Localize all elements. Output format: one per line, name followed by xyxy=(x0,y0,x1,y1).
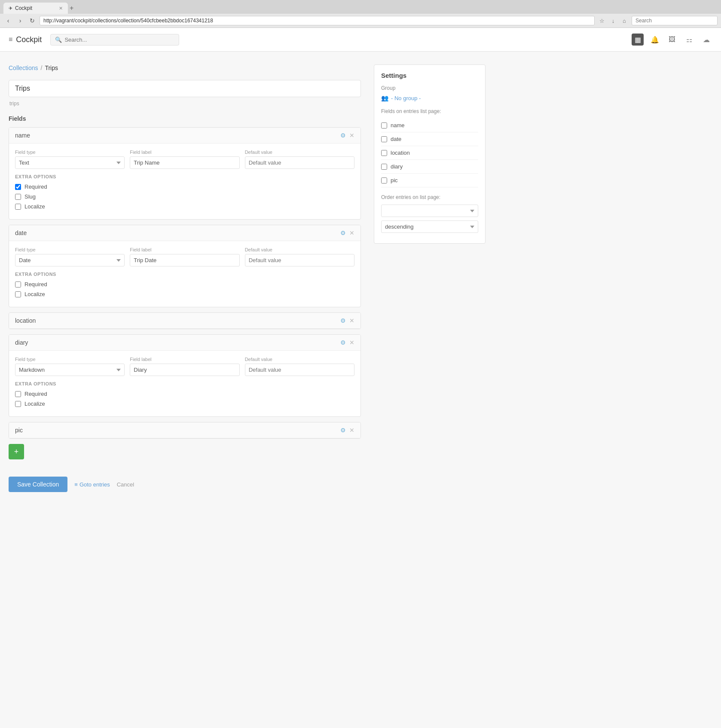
field-entries-label-diary: diary xyxy=(391,163,403,170)
back-button[interactable]: ‹ xyxy=(3,16,13,25)
field-card-location: location ⚙ ✕ xyxy=(9,312,361,329)
new-tab-button[interactable]: + xyxy=(70,4,73,12)
field-diary-gear-button[interactable]: ⚙ xyxy=(340,339,346,346)
field-card-diary-header: diary ⚙ ✕ xyxy=(9,335,360,351)
apps-nav-icon[interactable]: ⚏ xyxy=(683,34,695,46)
field-entries-checkbox-location[interactable] xyxy=(381,150,387,156)
app-logo: Cockpit xyxy=(16,35,42,44)
field-location-remove-button[interactable]: ✕ xyxy=(349,317,354,324)
field-diary-remove-button[interactable]: ✕ xyxy=(349,339,354,346)
breadcrumb: Collections / Trips xyxy=(9,64,361,71)
field-entries-checkbox-pic[interactable] xyxy=(381,177,387,184)
no-group-link[interactable]: - No group - xyxy=(391,95,421,101)
field-checkbox-location: location xyxy=(381,146,478,160)
goto-entries-button[interactable]: ≡ Goto entries xyxy=(74,481,110,488)
field-diary-actions: ⚙ ✕ xyxy=(340,339,354,346)
field-card-pic-header: pic ⚙ ✕ xyxy=(9,422,360,438)
field-date-type-label: Field type xyxy=(15,247,125,252)
field-date-default-col: Default value xyxy=(245,247,354,266)
url-bar[interactable] xyxy=(40,16,595,25)
app-wrapper: ≡ Cockpit 🔍 ▦ 🔔 🖼 ⚏ ☁ Collections / Trip… xyxy=(0,28,721,728)
field-default-input-name[interactable] xyxy=(245,156,354,169)
field-name-row: Field type Text Date Markdown Boolean Nu… xyxy=(15,150,354,169)
save-collection-button[interactable]: Save Collection xyxy=(9,477,67,492)
bookmark-button[interactable]: ☆ xyxy=(597,16,607,25)
field-label-input-date[interactable] xyxy=(130,254,239,266)
forward-button[interactable]: › xyxy=(15,16,25,25)
localize-checkbox-name[interactable] xyxy=(15,204,21,210)
cancel-button[interactable]: Cancel xyxy=(117,481,134,488)
field-name-remove-button[interactable]: ✕ xyxy=(349,132,354,139)
content-area: Collections / Trips trips Fields name ⚙ … xyxy=(9,64,361,717)
required-checkbox-date[interactable] xyxy=(15,281,21,288)
field-date-actions: ⚙ ✕ xyxy=(340,229,354,236)
collection-title-input[interactable] xyxy=(9,80,361,97)
field-location-gear-button[interactable]: ⚙ xyxy=(340,317,346,324)
field-entries-label-pic: pic xyxy=(391,177,398,184)
home-button[interactable]: ⌂ xyxy=(620,16,629,25)
bell-nav-icon[interactable]: 🔔 xyxy=(649,34,661,46)
localize-checkbox-diary[interactable] xyxy=(15,401,21,407)
field-name-label: name xyxy=(15,132,30,139)
field-date-remove-button[interactable]: ✕ xyxy=(349,229,354,236)
option-required-date: Required xyxy=(15,281,354,288)
field-date-body: Field type Text Date Markdown Boolean Fi… xyxy=(9,241,360,307)
field-label-input-name[interactable] xyxy=(130,156,239,169)
tab-bar: ✈ Cockpit ✕ + xyxy=(0,0,721,14)
image-nav-icon[interactable]: 🖼 xyxy=(666,34,678,46)
nav-search-bar[interactable]: 🔍 xyxy=(50,34,179,46)
add-field-button[interactable]: + xyxy=(9,444,24,459)
field-pic-label: pic xyxy=(15,427,23,434)
field-entries-checkbox-date[interactable] xyxy=(381,136,387,142)
bottom-actions: Save Collection ≡ Goto entries Cancel xyxy=(9,468,361,501)
field-checkbox-name: name xyxy=(381,119,478,132)
collection-slug: trips xyxy=(9,101,361,107)
required-label-diary: Required xyxy=(24,391,47,397)
required-checkbox-diary[interactable] xyxy=(15,391,21,397)
field-entries-checkbox-name[interactable] xyxy=(381,122,387,128)
refresh-button[interactable]: ↻ xyxy=(27,16,37,25)
breadcrumb-separator: / xyxy=(40,64,42,71)
field-type-select-date[interactable]: Text Date Markdown Boolean xyxy=(15,254,125,266)
breadcrumb-collections-link[interactable]: Collections xyxy=(9,64,38,71)
order-direction-select[interactable]: ascending descending xyxy=(381,220,478,233)
required-checkbox-name[interactable] xyxy=(15,184,21,190)
active-tab[interactable]: ✈ Cockpit ✕ xyxy=(3,3,68,14)
field-location-label: location xyxy=(15,317,36,324)
menu-icon[interactable]: ≡ xyxy=(9,36,12,43)
field-date-gear-button[interactable]: ⚙ xyxy=(340,229,346,236)
browser-search-input[interactable] xyxy=(632,16,718,25)
field-diary-row: Field type Text Date Markdown Boolean Fi… xyxy=(15,357,354,376)
field-card-diary: diary ⚙ ✕ Field type Text Date Mark xyxy=(9,334,361,417)
field-diary-label-col-label: Field label xyxy=(130,357,239,362)
localize-checkbox-date[interactable] xyxy=(15,291,21,297)
download-button[interactable]: ↓ xyxy=(608,16,618,25)
cloud-nav-icon[interactable]: ☁ xyxy=(700,34,712,46)
localize-label-date: Localize xyxy=(24,291,45,297)
field-type-select-name[interactable]: Text Date Markdown Boolean Number xyxy=(15,156,125,169)
field-default-input-diary[interactable] xyxy=(245,364,354,376)
field-type-select-diary[interactable]: Text Date Markdown Boolean xyxy=(15,364,125,376)
extra-options-label-diary: Extra options xyxy=(15,381,354,386)
field-default-input-date[interactable] xyxy=(245,254,354,266)
field-default-col-label: Default value xyxy=(245,150,354,155)
field-card-date: date ⚙ ✕ Field type Text Date Markd xyxy=(9,225,361,307)
field-diary-type-col: Field type Text Date Markdown Boolean xyxy=(15,357,125,376)
search-input[interactable] xyxy=(64,37,174,43)
field-date-label-col: Field label xyxy=(130,247,239,266)
field-label-input-diary[interactable] xyxy=(130,364,239,376)
address-bar: ‹ › ↻ ☆ ↓ ⌂ xyxy=(0,14,721,28)
field-pic-gear-button[interactable]: ⚙ xyxy=(340,427,346,434)
field-checkbox-diary: diary xyxy=(381,160,478,174)
slug-checkbox-name[interactable] xyxy=(15,194,21,200)
field-name-gear-button[interactable]: ⚙ xyxy=(340,132,346,139)
field-date-default-label: Default value xyxy=(245,247,354,252)
field-pic-remove-button[interactable]: ✕ xyxy=(349,427,354,434)
grid-nav-icon[interactable]: ▦ xyxy=(632,34,644,46)
field-entries-checkbox-diary[interactable] xyxy=(381,164,387,170)
option-localize-diary: Localize xyxy=(15,401,354,407)
field-diary-default-col: Default value xyxy=(245,357,354,376)
top-nav: ≡ Cockpit 🔍 ▦ 🔔 🖼 ⚏ ☁ xyxy=(0,28,721,52)
tab-close-button[interactable]: ✕ xyxy=(59,6,63,11)
order-by-select[interactable]: name date xyxy=(381,205,478,217)
